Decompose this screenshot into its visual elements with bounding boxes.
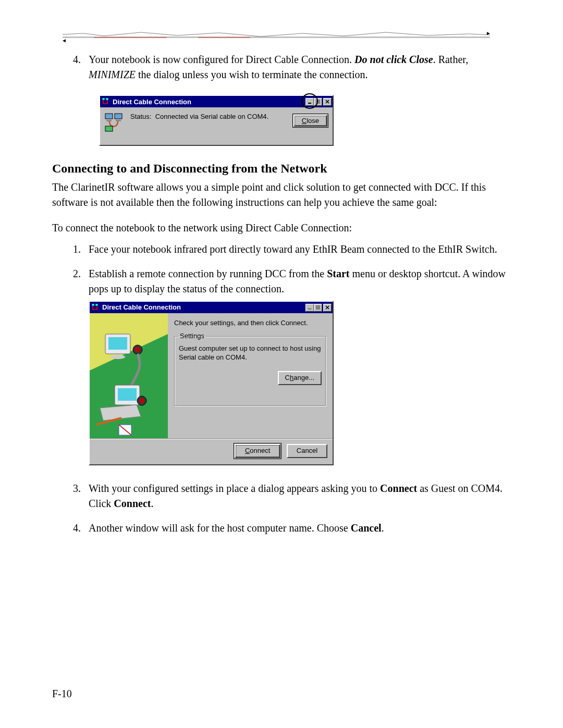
svg-point-28 — [139, 398, 144, 403]
minimize-button — [305, 304, 314, 312]
svg-rect-7 — [316, 100, 320, 101]
page-number: F-10 — [52, 688, 72, 700]
btn-label: lose — [307, 117, 319, 125]
svg-rect-15 — [308, 309, 311, 310]
svg-rect-13 — [92, 304, 94, 306]
svg-rect-3 — [102, 98, 105, 100]
dcc-connect-dialog: Direct Cable Connection — [89, 301, 334, 465]
svg-point-22 — [111, 355, 125, 359]
emph-do-not-click-close: Do not click Close — [354, 54, 433, 65]
text: . — [382, 522, 384, 534]
svg-rect-4 — [106, 98, 108, 100]
svg-text:◄: ◄ — [63, 38, 67, 43]
svg-point-24 — [135, 347, 140, 352]
steps-ordered-list: Face your notebook infrared port directl… — [73, 242, 511, 536]
svg-rect-11 — [116, 120, 121, 121]
text: . Rather, — [433, 54, 469, 65]
dialog-title: Direct Cable Connection — [111, 98, 305, 106]
maximize-button — [314, 98, 322, 106]
emph-minimize: MINIMIZE — [89, 69, 136, 80]
connect-button[interactable]: Connect — [234, 443, 282, 459]
svg-rect-12 — [105, 126, 113, 131]
dialog-title: Direct Cable Connection — [100, 303, 305, 313]
dcc-app-icon — [101, 97, 109, 106]
text: With your configured settings in place a… — [89, 483, 380, 494]
svg-rect-17 — [316, 306, 320, 307]
step-4: Another window will ask for the host com… — [83, 521, 511, 536]
svg-rect-5 — [308, 103, 311, 104]
close-button[interactable] — [323, 98, 332, 106]
close-dialog-button[interactable]: Close — [292, 114, 328, 128]
text: Another window will ask for the host com… — [89, 522, 351, 534]
dialog-footer: Connect Cancel — [90, 438, 333, 464]
step-2: Establish a remote connection by running… — [83, 266, 511, 465]
step-1: Face your notebook infrared port directl… — [83, 242, 511, 257]
instruction-text: Check your settings, and then click Conn… — [174, 318, 326, 328]
torn-screenshot-fragment: ◄ ► — [63, 31, 500, 42]
cancel-button[interactable]: Cancel — [287, 444, 327, 458]
maximize-button — [314, 304, 322, 312]
close-button[interactable] — [323, 304, 332, 312]
text: . — [151, 498, 153, 509]
svg-text:►: ► — [486, 31, 490, 36]
status-value: Connected via Serial cable on COM4. — [155, 113, 269, 120]
connection-icon — [104, 113, 123, 133]
settings-fieldset: Settings Guest computer set up to connec… — [174, 331, 326, 406]
dcc-status-dialog: Direct Cable Connection — [99, 95, 334, 146]
settings-description: Guest computer set up to connect to host… — [179, 344, 322, 362]
text: the dialog unless you wish to terminate … — [136, 69, 368, 80]
svg-rect-9 — [115, 114, 122, 119]
step-3: With your configured settings in place a… — [83, 481, 511, 511]
svg-rect-26 — [118, 388, 137, 401]
bold-cancel: Cancel — [351, 522, 382, 534]
change-button[interactable]: Change... — [278, 371, 322, 385]
text: Your notebook is now configured for Dire… — [89, 54, 354, 65]
status-label: Status: — [130, 113, 151, 120]
intro-paragraph-1: The ClarinetIR software allows you a sim… — [52, 180, 511, 210]
bold-connect-1: Connect — [380, 483, 417, 494]
dialog-titlebar[interactable]: Direct Cable Connection — [100, 96, 333, 107]
intro-ordered-list: Your notebook is now configured for Dire… — [73, 52, 511, 82]
svg-rect-21 — [108, 337, 127, 350]
svg-rect-14 — [95, 304, 98, 306]
wizard-side-artwork — [90, 313, 168, 438]
text: Face your notebook infrared port directl… — [89, 243, 497, 255]
dcc-app-icon — [91, 303, 99, 312]
bold-start: Start — [327, 268, 349, 279]
settings-legend: Settings — [179, 331, 205, 341]
text: Establish a remote connection by running… — [89, 268, 327, 279]
minimize-button[interactable] — [305, 98, 314, 106]
bold-connect-2: Connect — [114, 498, 151, 509]
svg-rect-10 — [106, 120, 112, 121]
status-text-area: Status: Connected via Serial cable on CO… — [128, 113, 287, 121]
intro-paragraph-2: To connect the notebook to the network u… — [52, 220, 511, 236]
svg-rect-8 — [105, 114, 113, 119]
section-heading: Connecting to and Disconnecting from the… — [52, 162, 511, 176]
intro-item-4: Your notebook is now configured for Dire… — [83, 52, 511, 82]
dialog-titlebar[interactable]: Direct Cable Connection — [90, 302, 333, 313]
